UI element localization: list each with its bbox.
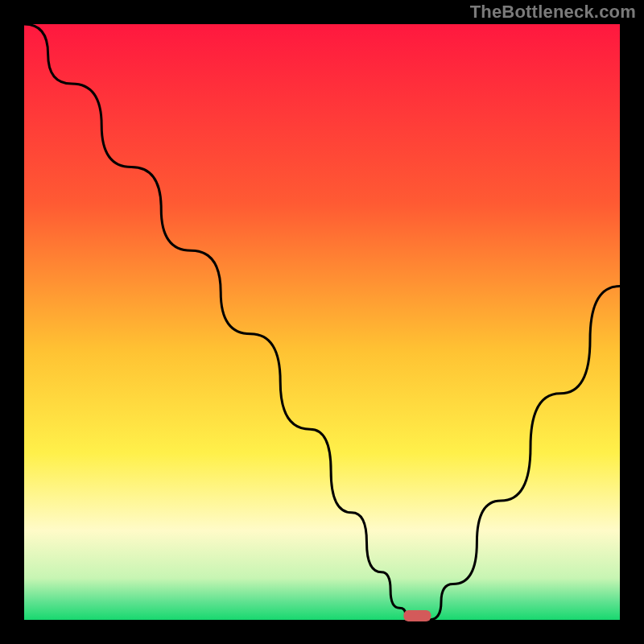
gradient-background <box>24 24 620 620</box>
chart-container: TheBottleneck.com <box>0 0 644 644</box>
bottleneck-chart <box>0 0 644 644</box>
attribution-label: TheBottleneck.com <box>470 2 636 23</box>
optimal-marker <box>403 610 431 621</box>
plot-area <box>24 24 620 621</box>
